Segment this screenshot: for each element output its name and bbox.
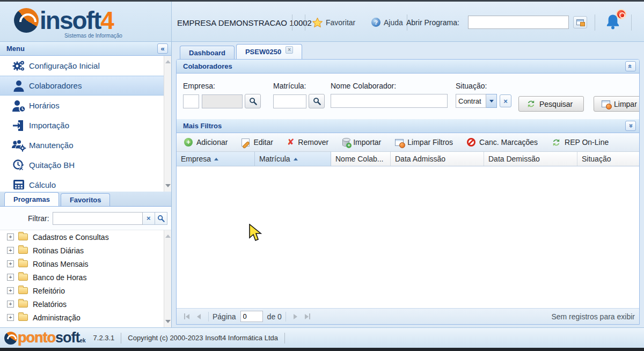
situacao-clear-button[interactable]: ×	[500, 94, 511, 107]
remover-button[interactable]: ✘ Remover	[287, 138, 328, 147]
empresa-lookup-button[interactable]	[245, 94, 261, 108]
colaboradores-panel: Colaboradores « Empresa: Matrícula:	[176, 59, 640, 325]
notification-badge	[616, 9, 626, 19]
expand-mais-filtros-button[interactable]: «	[625, 121, 636, 131]
pesquisar-button[interactable]: Pesquisar	[518, 96, 584, 112]
scroll-down-icon[interactable]	[165, 184, 171, 189]
next-page-button[interactable]	[290, 311, 302, 323]
column-header-situacao[interactable]: Situação	[577, 152, 639, 166]
first-page-button[interactable]	[181, 311, 193, 323]
user-icon[interactable]	[638, 17, 644, 31]
limpar-filtros-button[interactable]: Limpar Filtros	[594, 96, 640, 112]
menu-scrollbar[interactable]	[164, 56, 171, 192]
open-program-input[interactable]	[468, 16, 569, 29]
grid-toolbar: + Adicionar Editar ✘ Remover Importar Li…	[177, 133, 639, 152]
nome-colaborador-input[interactable]	[331, 94, 448, 108]
column-header-empresa[interactable]: Empresa	[177, 152, 255, 166]
search-icon	[157, 215, 165, 222]
copyright-text: Copyright (c) 2000-2023 Insoft4 Informát…	[128, 334, 278, 342]
tab-psew0250[interactable]: PSEW0250 ×	[236, 44, 302, 59]
person-icon	[9, 79, 29, 93]
rep-online-button[interactable]: REP On-Line	[552, 138, 609, 147]
clear-icon: ×	[503, 98, 508, 105]
scroll-up-icon[interactable]	[165, 58, 171, 63]
favorite-button[interactable]: Favoritar	[312, 18, 355, 27]
footer-separator	[121, 333, 121, 343]
tree-item-rotinas-mensais[interactable]: + Rotinas Mensais	[0, 257, 171, 270]
pager-separator	[286, 312, 286, 321]
sidebar-item-manutencao[interactable]: Manutenção	[0, 135, 171, 155]
folder-icon	[18, 274, 28, 281]
folder-icon	[18, 287, 28, 294]
app-footer: ponto soft ek 7.2.3.1 Copyright (c) 2000…	[0, 327, 644, 348]
empresa-name-input[interactable]	[202, 94, 243, 108]
sidebar-item-importacao[interactable]: Importação	[0, 115, 171, 135]
edit-icon	[241, 138, 250, 147]
column-header-nome[interactable]: Nome Colab...	[331, 152, 391, 166]
tree-item-rotinas-diarias[interactable]: + Rotinas Diárias	[0, 244, 171, 257]
tree-scrollbar[interactable]	[164, 230, 171, 327]
tree-item-banco-de-horas[interactable]: + Banco de Horas	[0, 270, 171, 284]
expand-icon[interactable]: +	[7, 233, 14, 240]
situacao-dropdown-button[interactable]	[486, 94, 497, 108]
people-gear-icon	[9, 138, 29, 152]
previous-page-button[interactable]	[193, 311, 204, 323]
sidebar-item-configuracao-inicial[interactable]: Configuração Inicial	[0, 56, 171, 76]
last-page-button[interactable]	[302, 311, 313, 323]
matricula-lookup-button[interactable]	[309, 94, 325, 108]
close-tab-icon[interactable]: ×	[286, 46, 293, 54]
help-button[interactable]: ? Ajuda	[371, 18, 403, 27]
cancelar-marcacoes-button[interactable]: Canc. Marcações	[467, 138, 538, 147]
expand-icon[interactable]: +	[7, 301, 14, 308]
column-header-data-admissao[interactable]: Data Admissão	[391, 152, 484, 166]
search-filter-button[interactable]	[155, 212, 167, 225]
column-header-data-demissao[interactable]: Data Demissão	[484, 152, 577, 166]
gears-icon	[9, 59, 29, 73]
expand-icon[interactable]: +	[7, 274, 14, 281]
expand-icon[interactable]: +	[7, 314, 14, 321]
limpar-filtros-toolbar-button[interactable]: Limpar Filtros	[395, 138, 453, 147]
situacao-select[interactable]: Contrat	[456, 94, 486, 108]
expand-icon[interactable]: +	[7, 287, 14, 294]
tree-item-administracao[interactable]: + Administração	[0, 311, 171, 324]
adicionar-button[interactable]: + Adicionar	[184, 138, 228, 147]
scroll-down-icon[interactable]	[165, 320, 171, 325]
clear-filter-button[interactable]: ×	[143, 212, 155, 225]
matricula-input[interactable]	[273, 94, 306, 108]
open-program-window-button[interactable]	[573, 16, 587, 28]
sidebar-item-colaboradores[interactable]: Colaboradores	[0, 76, 171, 96]
page-label: Página	[213, 312, 236, 321]
search-icon	[313, 97, 321, 105]
tree-item-cadastros-e-consultas[interactable]: + Cadastros e Consultas	[0, 230, 171, 244]
sidebar-item-quitacao-bh[interactable]: Quitação BH	[0, 155, 171, 175]
expand-icon[interactable]: +	[7, 247, 14, 254]
footer-separator	[284, 333, 285, 343]
program-filter-input[interactable]	[53, 212, 143, 225]
tree-item-refeitorio[interactable]: + Refeitório	[0, 284, 171, 297]
tab-programas[interactable]: Programas	[4, 192, 59, 206]
empresa-code-input[interactable]	[183, 94, 199, 108]
sidebar-tabs: Programas Favoritos	[0, 192, 171, 207]
importar-button[interactable]: Importar	[342, 138, 381, 147]
sidebar-item-label: Importação	[29, 121, 69, 130]
column-header-matricula[interactable]: Matrícula	[255, 152, 331, 166]
notifications-button[interactable]	[605, 13, 624, 33]
sort-asc-icon	[294, 158, 298, 160]
tree-item-relatorios[interactable]: + Relatórios	[0, 297, 171, 311]
tab-favoritos[interactable]: Favoritos	[61, 193, 111, 206]
tab-dashboard[interactable]: Dashboard	[180, 46, 235, 59]
collapse-panel-button[interactable]: «	[625, 61, 636, 71]
editar-button[interactable]: Editar	[241, 138, 273, 147]
sidebar-item-label: Configuração Inicial	[29, 61, 100, 70]
help-icon: ?	[371, 18, 380, 27]
page-number-input[interactable]	[240, 311, 263, 322]
mais-filtros-header: Mais Filtros «	[177, 119, 639, 133]
sidebar-item-horarios[interactable]: Horários	[0, 96, 171, 115]
matricula-field-group: Matrícula:	[273, 82, 325, 108]
scroll-up-icon[interactable]	[165, 233, 171, 238]
folder-icon	[18, 314, 28, 321]
clear-icon: ×	[147, 215, 151, 222]
sidebar-item-calculo[interactable]: Cálculo	[0, 175, 171, 192]
collapse-menu-button[interactable]: «	[157, 43, 168, 54]
expand-icon[interactable]: +	[7, 260, 14, 267]
